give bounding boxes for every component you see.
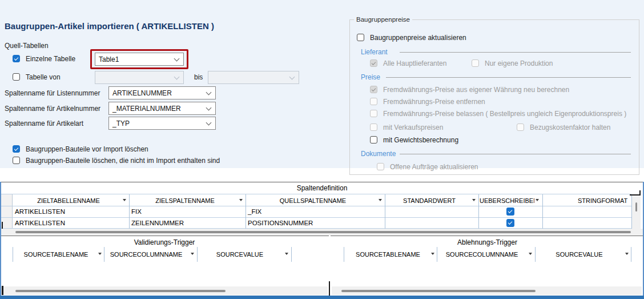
- scrollbar-thumb[interactable]: [15, 231, 631, 233]
- filter-arrow-icon[interactable]: [625, 253, 629, 255]
- filter-arrow-icon[interactable]: [285, 253, 288, 255]
- grid-cell[interactable]: ARTIKELLISTEN: [15, 208, 65, 215]
- mit-verkaufspreisen-checkbox: [370, 123, 377, 131]
- section-divider: [386, 77, 631, 78]
- tabelle-von-label: Tabelle von: [26, 73, 61, 81]
- vertical-scrollbar[interactable]: [632, 197, 641, 229]
- baugruppenpreise-legend: Baugruppenpreise: [354, 16, 412, 23]
- bauteile-loeschen-nicht-im-import-checkbox[interactable]: [13, 157, 20, 164]
- filter-arrow-icon[interactable]: [239, 199, 243, 201]
- ueberschreiben-checkbox[interactable]: [506, 208, 514, 216]
- column-header-sourcetablename[interactable]: SOURCETABLENAME: [13, 251, 99, 258]
- grid-corner-mark: [2, 286, 3, 295]
- validierungs-trigger-title: Validierungs-Trigger: [0, 238, 329, 246]
- column-header-sourcecolumnname[interactable]: SOURCECOLUMNNAME: [437, 251, 527, 258]
- scrollbar-thumb[interactable]: [15, 290, 226, 292]
- filter-arrow-icon[interactable]: [191, 253, 194, 255]
- fremdwaehrung-entfernen-checkbox: [370, 98, 377, 105]
- nur-eigene-produktion-checkbox: [472, 59, 479, 67]
- import-window: SourceInfos Artikel Trigger Lieferant Sp…: [0, 0, 644, 299]
- baugruppenpreise-aktualisieren-label: Baugruppenpreise aktualisieren: [370, 34, 466, 42]
- mit-verkaufspreisen-label: mit Verkaufspreisen: [383, 123, 443, 131]
- section-divider: [400, 154, 631, 154]
- spaltendefinition-grid-title: Spaltendefinition: [0, 184, 644, 192]
- grid-cell[interactable]: ARTIKELLISTEN: [15, 220, 65, 226]
- grid-cell[interactable]: _FIX: [248, 208, 261, 215]
- nur-eigene-produktion-label: Nur eigene Produktion: [485, 59, 553, 67]
- mit-gewichtsberechnung-label: mit Gewichtsberechnung: [383, 136, 458, 144]
- chevron-down-icon: [206, 120, 212, 126]
- listennummer-combo-value: ARTIKELNUMMER: [112, 89, 172, 97]
- alle-hauptlieferanten-checkbox: [370, 59, 377, 67]
- ablehnungs-trigger-title: Ablehnungs-Trigger: [331, 238, 644, 246]
- dokumente-section-label: Dokumente: [361, 150, 396, 158]
- page-title: Baugruppen-Artikel importieren ( ARTIKEL…: [5, 21, 214, 31]
- preise-section-label: Preise: [361, 73, 380, 81]
- artikelart-combo[interactable]: _TYP: [108, 117, 216, 130]
- grid-line: [291, 247, 292, 262]
- fremdwaehrung-neu-berechnen-checkbox: [370, 86, 377, 93]
- tabelle-von-checkbox[interactable]: [13, 73, 20, 81]
- filter-arrow-icon[interactable]: [431, 253, 434, 255]
- filter-arrow-icon[interactable]: [379, 199, 382, 201]
- scrollbar-thumb[interactable]: [341, 290, 536, 292]
- window-border-bottom: [0, 296, 644, 299]
- section-divider: [400, 52, 631, 53]
- panel-divider[interactable]: [329, 281, 330, 296]
- chevron-down-icon: [206, 90, 212, 95]
- column-header-zieltabellenname[interactable]: ZIELTABELLENNAME: [13, 197, 124, 204]
- column-header-sourcetablename[interactable]: SOURCETABLENAME: [344, 251, 432, 258]
- offene-auftraege-label: Offene Aufträge aktualisieren: [390, 163, 478, 171]
- chevron-down-icon: [289, 74, 295, 80]
- einzelne-tabelle-label: Einzelne Tabelle: [26, 55, 75, 63]
- annotation-highlight-box: [90, 49, 188, 69]
- filter-arrow-icon[interactable]: [98, 253, 102, 255]
- column-header-quellspaltenname[interactable]: QUELLSPALTENNAME: [245, 197, 380, 204]
- fremdwaehrung-neu-berechnen-label: Fremdwährungs-Preise aus eigener Währung…: [383, 86, 569, 94]
- filter-arrow-icon[interactable]: [529, 253, 532, 255]
- grid-line: [478, 194, 479, 229]
- lieferant-section-label: Lieferant: [361, 48, 388, 56]
- offene-auftraege-checkbox: [377, 163, 384, 170]
- window-border-left: [0, 182, 1, 296]
- grid-corner-mark: [639, 190, 641, 196]
- grid-cell[interactable]: FIX: [131, 208, 142, 215]
- fremdwaehrung-belassen-checkbox: [370, 110, 377, 117]
- tabelle-bis-combo: [208, 71, 299, 84]
- listennummer-combo[interactable]: ARTIKELNUMMER: [108, 86, 216, 99]
- filter-arrow-icon[interactable]: [123, 199, 126, 201]
- filter-arrow-icon[interactable]: [536, 199, 539, 201]
- bauteile-vor-import-loeschen-checkbox[interactable]: [13, 145, 20, 153]
- filter-arrow-icon[interactable]: [472, 199, 476, 201]
- chevron-down-icon: [206, 105, 212, 111]
- ueberschreiben-checkbox[interactable]: [506, 219, 514, 227]
- grid-cell[interactable]: POSITIONSNUMMER: [248, 220, 313, 226]
- column-header-stringformat[interactable]: STRINGFORMAT: [542, 197, 632, 204]
- artikelnummer-label: Spaltenname für Artikelnummer: [5, 105, 100, 113]
- tabelle-von-combo: [95, 71, 184, 84]
- column-header-sourcevalue[interactable]: SOURCEVALUE: [535, 251, 623, 258]
- grid-cell[interactable]: ZEILENNUMMER: [131, 220, 184, 226]
- grid-line: [0, 194, 631, 194]
- baugruppenpreise-aktualisieren-checkbox[interactable]: [357, 34, 364, 41]
- artikelnummer-combo[interactable]: _MATERIALNUMMER: [108, 102, 216, 115]
- bezugskostenfaktor-halten-label: Bezugskostenfaktor halten: [530, 123, 610, 131]
- fremdwaehrung-entfernen-label: Fremdwährungs-Preise entfernen: [383, 98, 485, 106]
- column-header-zielspaltenname[interactable]: ZIELSPALTENNAME: [129, 197, 241, 204]
- artikelnummer-combo-value: _MATERIALNUMMER: [112, 105, 181, 113]
- column-header-sourcecolumnname[interactable]: SOURCECOLUMNNAME: [104, 251, 188, 258]
- column-header-standardwert[interactable]: STANDARDWERT: [385, 197, 474, 204]
- bauteile-vor-import-loeschen-label: Baugruppen-Bauteile vor Import löschen: [26, 145, 148, 153]
- chevron-down-icon: [174, 74, 180, 80]
- grid-line: [0, 206, 631, 206]
- alle-hauptlieferanten-label: Alle Hauptlieferanten: [383, 59, 446, 67]
- column-header-sourcevalue[interactable]: SOURCEVALUE: [197, 251, 283, 258]
- column-header-ueberschreiben[interactable]: UEBERSCHREIBEN: [480, 197, 534, 204]
- bis-label: bis: [194, 73, 203, 81]
- listennummer-label: Spaltenname für Listennummer: [5, 89, 100, 97]
- mit-gewichtsberechnung-checkbox[interactable]: [370, 136, 377, 143]
- grid-line: [631, 247, 631, 262]
- scrollbar-thumb[interactable]: [635, 202, 637, 212]
- fremdwaehrung-belassen-label: Fremdwährungs-Preise belassen ( Bestellp…: [383, 110, 626, 118]
- einzelne-tabelle-checkbox[interactable]: [13, 55, 20, 62]
